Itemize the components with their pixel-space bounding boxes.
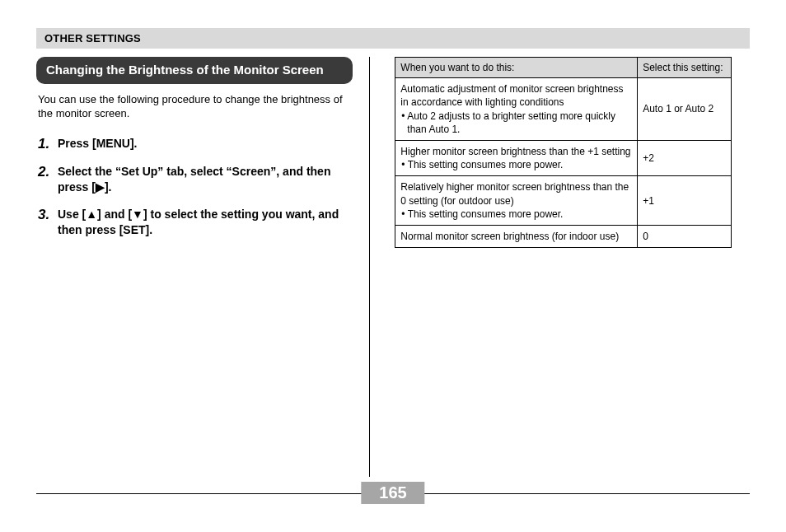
cell-main-text: Relatively higher monitor screen brightn… bbox=[400, 181, 629, 206]
content-columns: Changing the Brightness of the Monitor S… bbox=[36, 57, 750, 477]
table-cell-desc: Higher monitor screen brightness than th… bbox=[395, 140, 638, 175]
step-number: 3. bbox=[38, 207, 58, 238]
cell-main-text: Automatic adjustment of monitor screen b… bbox=[400, 83, 623, 108]
table-cell-value: +2 bbox=[638, 140, 732, 175]
settings-table: When you want to do this: Select this se… bbox=[395, 57, 732, 248]
table-cell-value: +1 bbox=[638, 176, 732, 226]
intro-text: You can use the following procedure to c… bbox=[38, 92, 351, 121]
page-number: 165 bbox=[361, 482, 424, 504]
step-item: 1. Press [MENU]. bbox=[38, 136, 351, 152]
cell-bullet-text: • This setting consumes more power. bbox=[400, 158, 632, 171]
step-text: Press [MENU]. bbox=[58, 136, 137, 152]
table-cell-desc: Relatively higher monitor screen brightn… bbox=[395, 176, 638, 226]
document-page: OTHER SETTINGS Changing the Brightness o… bbox=[0, 0, 786, 477]
table-row: Normal monitor screen brightness (for in… bbox=[395, 225, 732, 247]
table-cell-value: 0 bbox=[638, 225, 732, 247]
left-column: Changing the Brightness of the Monitor S… bbox=[36, 57, 364, 477]
table-header-left: When you want to do this: bbox=[395, 58, 638, 78]
cell-bullet-text: • This setting consumes more power. bbox=[400, 208, 632, 221]
cell-main-text: Normal monitor screen brightness (for in… bbox=[400, 231, 619, 242]
section-title: Changing the Brightness of the Monitor S… bbox=[36, 57, 353, 84]
step-text: Use [▲] and [▼] to select the setting yo… bbox=[58, 207, 351, 238]
cell-main-text: Higher monitor screen brightness than th… bbox=[400, 146, 630, 157]
table-cell-desc: Automatic adjustment of monitor screen b… bbox=[395, 78, 638, 141]
step-number: 1. bbox=[38, 136, 58, 152]
step-item: 3. Use [▲] and [▼] to select the setting… bbox=[38, 207, 351, 238]
page-header: OTHER SETTINGS bbox=[36, 28, 750, 49]
right-column: When you want to do this: Select this se… bbox=[375, 57, 732, 477]
column-divider bbox=[369, 57, 370, 477]
table-header-right: Select this setting: bbox=[638, 58, 732, 78]
step-item: 2. Select the “Set Up” tab, select “Scre… bbox=[38, 164, 351, 195]
table-cell-desc: Normal monitor screen brightness (for in… bbox=[395, 225, 638, 247]
table-cell-value: Auto 1 or Auto 2 bbox=[638, 78, 732, 141]
table-row: Higher monitor screen brightness than th… bbox=[395, 140, 732, 175]
step-number: 2. bbox=[38, 164, 58, 195]
table-row: Relatively higher monitor screen brightn… bbox=[395, 176, 732, 226]
steps-list: 1. Press [MENU]. 2. Select the “Set Up” … bbox=[38, 136, 351, 238]
table-row: Automatic adjustment of monitor screen b… bbox=[395, 78, 732, 141]
cell-bullet-text: • Auto 2 adjusts to a brighter setting m… bbox=[400, 110, 632, 136]
step-text: Select the “Set Up” tab, select “Screen”… bbox=[58, 164, 351, 195]
